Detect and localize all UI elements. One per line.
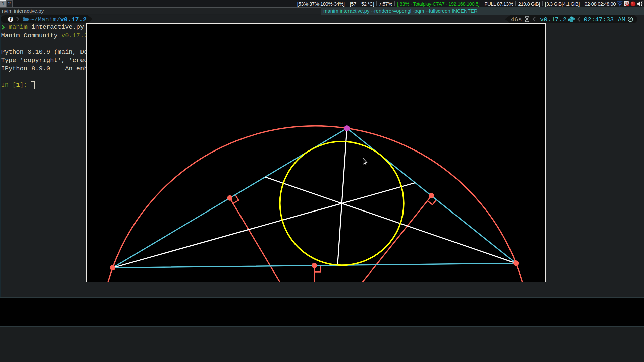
svg-text:02:47:33 AM: 02:47:33 AM: [584, 16, 625, 23]
svg-text:······························: ········································…: [95, 17, 505, 22]
svg-text:f: f: [10, 16, 12, 22]
svg-text:~/Manim/: ~/Manim/: [30, 16, 60, 23]
svg-text:v0.17.2: v0.17.2: [60, 16, 87, 23]
svg-text:v0.17.2: v0.17.2: [540, 16, 567, 23]
svg-text:46s: 46s: [511, 16, 522, 23]
